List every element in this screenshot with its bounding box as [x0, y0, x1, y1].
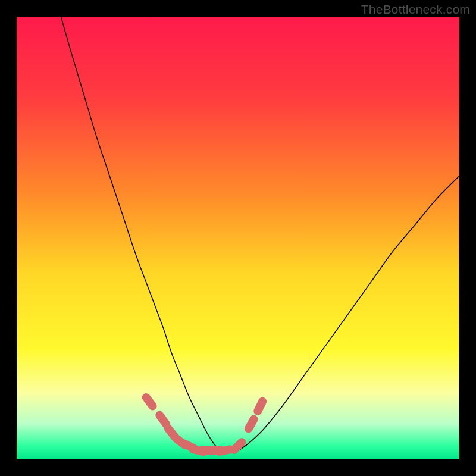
highlight-marker	[249, 419, 254, 429]
highlight-marker	[258, 402, 262, 411]
highlight-marker	[159, 415, 166, 424]
highlight-marker	[220, 449, 230, 452]
plot-area	[17, 17, 459, 459]
highlight-marker	[146, 397, 153, 406]
bottleneck-curve	[61, 17, 459, 452]
highlight-marker	[234, 442, 242, 450]
chart-frame: TheBottleneck.com	[0, 0, 476, 476]
watermark-text: TheBottleneck.com	[361, 2, 470, 17]
curve-svg	[17, 17, 459, 459]
